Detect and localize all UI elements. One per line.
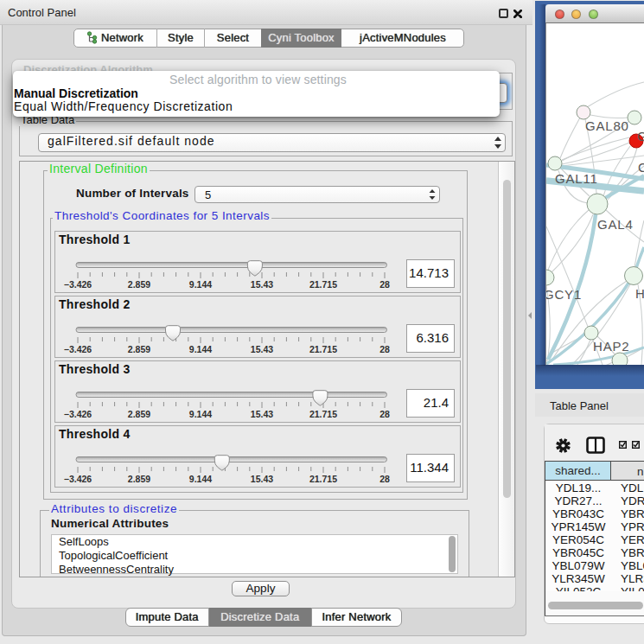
- svg-text:GAL80: GAL80: [585, 118, 629, 133]
- svg-text:GA: GA: [637, 129, 644, 143]
- svg-text:21.715: 21.715: [309, 279, 337, 290]
- svg-text:GCY1: GCY1: [546, 287, 582, 302]
- svg-text:C: C: [638, 160, 644, 175]
- svg-text:21.715: 21.715: [309, 409, 337, 419]
- svg-text:9.144: 9.144: [189, 344, 212, 354]
- svg-text:−3.426: −3.426: [64, 409, 92, 419]
- svg-text:2.859: 2.859: [128, 279, 150, 290]
- svg-text:28: 28: [379, 409, 390, 419]
- svg-text:2.859: 2.859: [128, 409, 150, 419]
- svg-text:15.43: 15.43: [251, 344, 273, 354]
- svg-text:GAL4: GAL4: [597, 217, 634, 232]
- svg-text:21.715: 21.715: [309, 474, 337, 484]
- svg-text:9.144: 9.144: [189, 474, 212, 484]
- svg-text:9.144: 9.144: [189, 409, 212, 419]
- svg-text:9.144: 9.144: [189, 279, 212, 290]
- svg-text:28: 28: [379, 279, 390, 290]
- svg-text:HAP2: HAP2: [593, 339, 629, 354]
- svg-text:GAL11: GAL11: [555, 171, 598, 186]
- svg-text:2.859: 2.859: [128, 344, 150, 354]
- svg-text:2.859: 2.859: [128, 474, 150, 484]
- svg-text:15.43: 15.43: [251, 474, 273, 484]
- svg-text:28: 28: [379, 344, 390, 354]
- svg-text:−3.426: −3.426: [64, 279, 92, 290]
- svg-text:15.43: 15.43: [251, 279, 273, 290]
- svg-text:28: 28: [379, 474, 390, 484]
- svg-text:21.715: 21.715: [309, 344, 337, 354]
- svg-text:−3.426: −3.426: [64, 474, 92, 484]
- svg-text:H: H: [635, 286, 644, 301]
- svg-text:−3.426: −3.426: [64, 344, 92, 354]
- svg-text:15.43: 15.43: [251, 409, 273, 419]
